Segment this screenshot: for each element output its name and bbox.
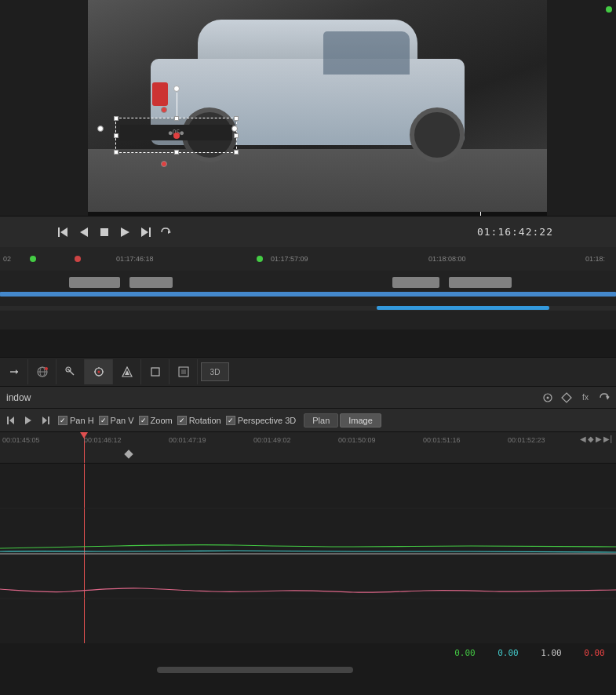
- image-button[interactable]: Image: [340, 413, 381, 428]
- timeline-dot-green: [30, 256, 36, 262]
- handle-top-left[interactable]: [114, 116, 118, 121]
- track-bar-1: [69, 277, 120, 288]
- window-icon-refresh[interactable]: [596, 390, 612, 406]
- track-bar-2: [129, 277, 173, 288]
- timecode-display: 01:16:42:22: [477, 226, 553, 238]
- skip-to-end-button[interactable]: [137, 224, 154, 241]
- plate-selection-box[interactable]: ●OS●: [115, 118, 237, 153]
- checkbox-pan-h-check: ✓: [60, 417, 66, 424]
- track-bar-4: [449, 277, 512, 288]
- timeline-tracks: [0, 271, 616, 329]
- window-icon-diamond[interactable]: [559, 390, 574, 406]
- handle-bottom-left[interactable]: [114, 150, 118, 155]
- checkbox-perspective-3d-box[interactable]: ✓: [226, 416, 235, 425]
- nav-right-arrow[interactable]: ▶: [596, 435, 602, 443]
- kf-time-5: 00:01:51:16: [423, 436, 461, 444]
- bottom-scroll-thumb[interactable]: [157, 667, 353, 673]
- ruler-mark-1: 01:17:46:18: [116, 255, 154, 263]
- handle-top-right[interactable]: [234, 116, 239, 121]
- anchor-bottom-red: [161, 161, 167, 167]
- play-button[interactable]: [116, 224, 133, 241]
- checkbox-rotation-box[interactable]: ✓: [177, 416, 187, 425]
- kf-time-1: 00:01:46:12: [84, 436, 122, 444]
- pin-tool-button[interactable]: [56, 359, 85, 384]
- mini-skip-fwd-button[interactable]: [38, 413, 53, 428]
- value-bar: 0.00 0.00 1.00 0.00: [0, 643, 616, 663]
- bottom-scrollbar: [0, 665, 616, 675]
- plan-button[interactable]: Plan: [304, 413, 338, 428]
- kf-time-2: 00:01:47:19: [169, 436, 206, 444]
- checkbox-perspective-3d[interactable]: ✓ Perspective 3D: [226, 416, 297, 425]
- anchor-top-red: [161, 107, 167, 113]
- scrollbar-thumb-blue[interactable]: [377, 306, 549, 310]
- timeline-ruler: 02 01:17:46:18 01:17:57:09 01:18:08:00 0…: [0, 247, 616, 271]
- graph-svg: [0, 464, 616, 644]
- handle-bottom-right[interactable]: [234, 150, 239, 155]
- color-tool-button[interactable]: [113, 359, 141, 384]
- nav-diamond-icon[interactable]: ◆: [588, 435, 594, 443]
- kf-time-0: 00:01:45:05: [2, 436, 40, 444]
- video-canvas: ●OS●: [88, 0, 551, 212]
- right-panel: [547, 0, 616, 216]
- svg-point-13: [45, 367, 48, 370]
- keyframe-diamond[interactable]: [124, 449, 133, 458]
- mini-play-button[interactable]: [20, 413, 36, 428]
- loop-button[interactable]: [157, 224, 174, 241]
- checkbox-pan-v-box[interactable]: ✓: [99, 416, 108, 425]
- mini-skip-back-button[interactable]: [3, 413, 19, 428]
- value-rotation: 0.00: [573, 648, 616, 658]
- globe-tool-button[interactable]: [28, 359, 56, 384]
- checkbox-zoom[interactable]: ✓ Zoom: [139, 416, 173, 425]
- 3d-tool-button[interactable]: 3D: [201, 362, 229, 381]
- kf-time-3: 00:01:49:02: [253, 436, 291, 444]
- svg-marker-32: [9, 417, 14, 424]
- window-icon-fx[interactable]: fx: [578, 390, 593, 406]
- checkbox-rotation-check: ✓: [179, 417, 185, 424]
- nav-left-arrow[interactable]: ◀: [580, 435, 586, 443]
- svg-point-17: [97, 371, 100, 373]
- rear-window: [323, 31, 410, 75]
- handle-mid-right[interactable]: [234, 133, 239, 138]
- svg-marker-33: [25, 417, 31, 424]
- keyframe-timeline: 00:01:45:05 00:01:46:12 00:01:47:19 00:0…: [0, 432, 616, 464]
- rotation-handle[interactable]: [173, 86, 180, 92]
- center-anchor[interactable]: [173, 133, 180, 139]
- handle-mid-left[interactable]: [114, 133, 118, 138]
- svg-rect-0: [58, 227, 60, 237]
- rotation-line: [177, 93, 177, 116]
- anchor-left: [97, 126, 104, 132]
- checkbox-pan-h[interactable]: ✓ Pan H: [58, 416, 94, 425]
- timeline-dot-green2: [257, 256, 263, 262]
- window-icon-transform[interactable]: [540, 390, 556, 406]
- playback-controls: [55, 224, 174, 241]
- svg-point-28: [547, 396, 549, 398]
- checkbox-zoom-box[interactable]: ✓: [139, 416, 148, 425]
- nav-end-arrow[interactable]: ▶|: [603, 435, 612, 443]
- track-bar-3: [392, 277, 439, 288]
- skip-to-start-button[interactable]: [55, 224, 72, 241]
- checkbox-pan-v-label: Pan V: [111, 416, 134, 425]
- value-pan-v: 0.00: [487, 648, 530, 658]
- cursor-tool-button[interactable]: [0, 359, 28, 384]
- checkbox-rotation[interactable]: ✓ Rotation: [177, 416, 221, 425]
- stop-button[interactable]: [96, 224, 113, 241]
- svg-marker-2: [80, 227, 88, 237]
- mask-tool-button[interactable]: [169, 359, 198, 384]
- handle-bottom-mid[interactable]: [174, 150, 179, 155]
- ruler-mark-3: 01:18:08:00: [428, 255, 466, 263]
- value-pan-h: 0.00: [443, 648, 487, 658]
- checkbox-pan-v[interactable]: ✓ Pan V: [99, 416, 134, 425]
- anchor-right: [231, 126, 238, 132]
- checkbox-pan-h-box[interactable]: ✓: [58, 416, 67, 425]
- video-preview: ●OS●: [0, 0, 616, 216]
- ruler-mark-4: 01:18:: [585, 255, 605, 263]
- checkbox-perspective-3d-check: ✓: [228, 417, 234, 424]
- prev-frame-button[interactable]: [75, 224, 93, 241]
- window-title: indow: [6, 392, 31, 403]
- crop-tool-button[interactable]: [141, 359, 169, 384]
- handle-top-mid[interactable]: [174, 116, 179, 121]
- playback-bar: 01:16:42:22: [0, 216, 616, 247]
- ruler-mark-2: 01:17:57:09: [271, 255, 308, 263]
- transform-tool-button[interactable]: [85, 359, 113, 384]
- tail-light: [152, 82, 168, 106]
